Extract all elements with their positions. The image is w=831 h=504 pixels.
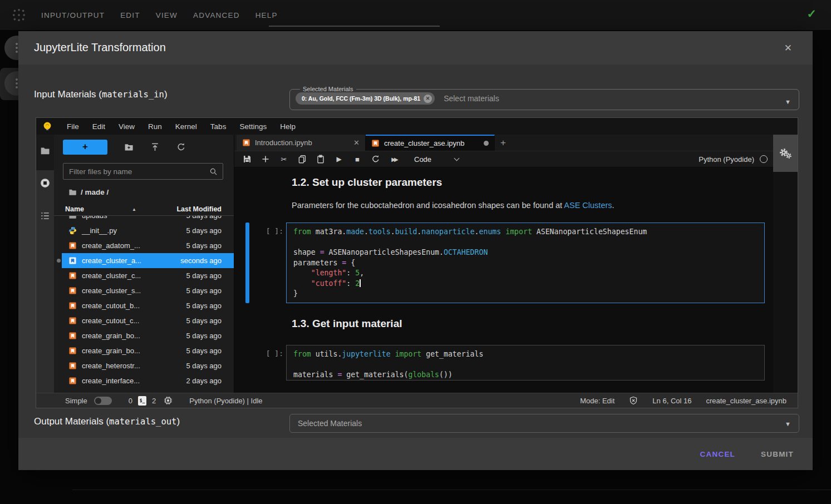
mat3ra-logo-icon[interactable] <box>12 8 26 22</box>
file-row-create_cutout_b[interactable]: create_cutout_b...5 days ago <box>62 298 234 313</box>
copy-cells-icon[interactable] <box>297 154 308 165</box>
output-materials-select[interactable]: Selected Materials ▼ <box>289 414 799 433</box>
section-heading: 1.3. Get input material <box>292 318 402 330</box>
jupyterlite-frame: FileEditViewRunKernelTabsSettingsHelp + <box>36 117 798 408</box>
submit-button[interactable]: SUBMIT <box>761 450 794 458</box>
jupyter-menus: FileEditViewRunKernelTabsSettingsHelp <box>60 122 302 131</box>
file-name: create_cutout_b... <box>82 302 140 310</box>
simple-mode-label: Simple <box>65 397 87 405</box>
file-row-create_cluster_c[interactable]: create_cluster_c...5 days ago <box>62 268 234 283</box>
tab-introduction-ipynb[interactable]: Introduction.ipynb ✕ <box>237 135 366 151</box>
material-chip[interactable]: 0: Au, Gold, FCC (Fm-3m) 3D (Bulk), mp-8… <box>296 92 435 105</box>
upload-icon[interactable] <box>150 142 160 152</box>
notebook-icon <box>68 302 77 310</box>
add-cell-icon[interactable] <box>260 154 271 165</box>
cell-type-dropdown[interactable]: Code <box>414 155 431 164</box>
file-row-create_grain_bo[interactable]: create_grain_bo...5 days ago <box>62 328 234 343</box>
file-modified: 5 days ago <box>186 347 234 355</box>
output-materials-label: Output Materials (materials_out) <box>34 416 180 427</box>
check-icon[interactable]: ✓ <box>807 7 817 21</box>
terminals-count[interactable]: 0 <box>129 397 132 405</box>
restart-run-all-icon[interactable]: ▶▶ <box>389 154 400 165</box>
cursor-position[interactable]: Ln 6, Col 16 <box>652 397 691 405</box>
jupyter-menu-run[interactable]: Run <box>141 122 169 131</box>
jupyter-menu-edit[interactable]: Edit <box>86 122 112 131</box>
file-row-create_cluster_s[interactable]: create_cluster_s...5 days ago <box>62 283 234 298</box>
kernel-name[interactable]: Python (Pyodide) <box>699 155 754 164</box>
menu-advanced[interactable]: ADVANCED <box>193 11 240 19</box>
file-row-create_adatom_[interactable]: create_adatom_...5 days ago <box>62 238 234 253</box>
file-row-create_cutout_c[interactable]: create_cutout_c...5 days ago <box>62 313 234 328</box>
file-browser-panel: + <box>54 135 234 393</box>
code-line: parameters = { <box>293 258 758 269</box>
ase-clusters-link[interactable]: ASE Clusters <box>564 201 612 210</box>
running-sessions-tab-icon[interactable] <box>40 178 50 188</box>
file-row-create_interface[interactable]: create_interface...2 days ago <box>62 373 234 388</box>
tab-create-cluster-ase-ipynb[interactable]: create_cluster_ase.ipynb <box>366 135 495 151</box>
column-last-modified[interactable]: Last Modified <box>176 205 234 213</box>
jupyter-menu-file[interactable]: File <box>60 122 86 131</box>
file-row-__init__py[interactable]: __init__.py5 days ago <box>62 223 234 238</box>
right-gutter <box>773 135 798 393</box>
file-browser-toolbar: + <box>54 135 234 159</box>
simple-mode-toggle[interactable] <box>94 397 112 405</box>
new-launcher-button[interactable]: + <box>63 140 107 155</box>
new-folder-icon[interactable] <box>124 142 134 152</box>
code-cell-parameters[interactable]: from mat3ra.made.tools.build.nanoparticl… <box>286 223 765 303</box>
filter-files-input[interactable] <box>63 167 209 176</box>
input-materials-select[interactable]: Selected Materials 0: Au, Gold, FCC (Fm-… <box>289 86 799 110</box>
menu-view[interactable]: VIEW <box>156 11 178 19</box>
jupyter-menu-kernel[interactable]: Kernel <box>169 122 204 131</box>
add-tab-button[interactable]: + <box>495 135 512 151</box>
chevron-down-icon[interactable]: ▼ <box>785 98 791 105</box>
tab-close-icon[interactable]: ✕ <box>353 139 360 147</box>
chevron-down-icon[interactable] <box>454 155 460 161</box>
kernel-status-text[interactable]: Python (Pyodide) | Idle <box>189 397 262 405</box>
kernels-count[interactable]: 2 <box>152 397 156 405</box>
save-icon[interactable] <box>242 154 253 165</box>
jupyter-menu-view[interactable]: View <box>112 122 141 131</box>
notebook-icon <box>68 377 77 385</box>
menu-help[interactable]: HELP <box>255 11 278 19</box>
run-cell-icon[interactable]: ▶ <box>333 154 345 165</box>
menu-input-output[interactable]: INPUT/OUTPUT <box>41 11 105 19</box>
settings-gears-button[interactable] <box>773 135 798 172</box>
restart-kernel-icon[interactable] <box>370 154 381 165</box>
file-modified: seconds ago <box>180 256 234 265</box>
refresh-icon[interactable] <box>176 142 186 152</box>
cancel-button[interactable]: CANCEL <box>700 450 735 458</box>
file-row-create_cluster_a[interactable]: create_cluster_a...seconds ago <box>62 253 234 268</box>
file-row-create_grain_bo[interactable]: create_grain_bo...5 days ago <box>62 343 234 358</box>
interrupt-kernel-icon[interactable]: ■ <box>352 154 363 165</box>
jupyter-menu-tabs[interactable]: Tabs <box>204 122 233 131</box>
file-modified: 5 days ago <box>186 332 234 340</box>
file-browser-tab-icon[interactable] <box>40 146 50 156</box>
file-row-uploads[interactable]: uploads5 days ago <box>62 216 234 223</box>
unsaved-changes-dot[interactable] <box>484 141 489 146</box>
cell-collapser[interactable] <box>245 223 249 303</box>
chip-remove-icon[interactable]: ✕ <box>424 95 432 103</box>
file-row-create_heterostr[interactable]: create_heterostr...5 days ago <box>62 358 234 373</box>
menu-edit[interactable]: EDIT <box>120 11 140 19</box>
paste-cells-icon[interactable] <box>315 154 326 165</box>
jupyter-menu-help[interactable]: Help <box>273 122 302 131</box>
dialog-footer: CANCEL SUBMIT <box>18 438 813 470</box>
table-of-contents-tab-icon[interactable] <box>40 211 50 221</box>
breadcrumb[interactable]: / made / <box>68 188 109 196</box>
file-name: uploads <box>82 216 107 220</box>
top-menu-bar: INPUT/OUTPUTEDITVIEWADVANCEDHELP <box>41 11 293 19</box>
cut-cells-icon[interactable]: ✂ <box>278 154 289 165</box>
column-name[interactable]: Name <box>65 205 84 213</box>
close-icon[interactable]: ✕ <box>784 42 792 54</box>
file-name: create_grain_bo... <box>82 347 140 355</box>
code-cell-get-materials[interactable]: from utils.jupyterlite import get_materi… <box>286 345 765 381</box>
sidebar-tab-strip-lower <box>36 170 54 393</box>
jupyter-menu-settings[interactable]: Settings <box>233 122 273 131</box>
kernel-status-icon[interactable] <box>760 155 768 163</box>
dialog-title: JupyterLite Transformation <box>34 41 166 54</box>
cell-prompt: [ ]: <box>261 227 283 235</box>
sort-arrow-icon[interactable]: ▲ <box>132 207 136 212</box>
mode-indicator[interactable]: Mode: Edit <box>580 397 614 405</box>
status-bar: Simple 0 $_ 2 Python (Pyodide) | Idle Mo… <box>36 393 798 408</box>
shield-x-icon[interactable] <box>629 396 638 405</box>
